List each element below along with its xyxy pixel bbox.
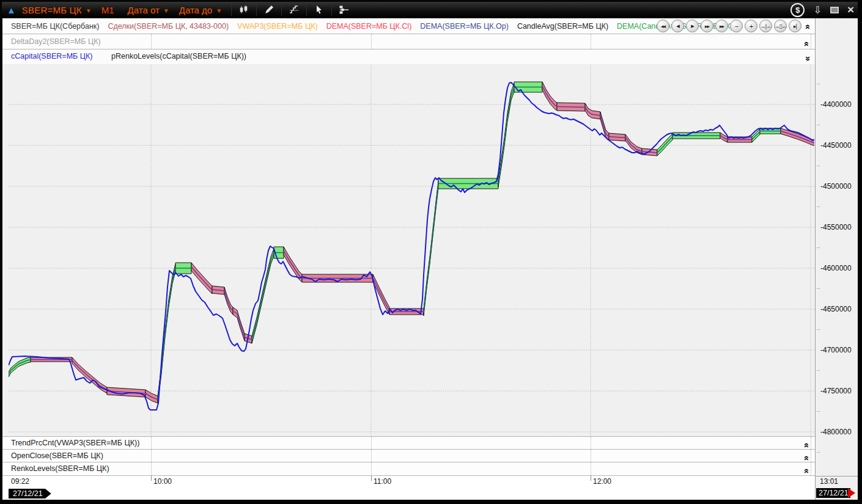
value-label: -4700000: [820, 346, 852, 354]
expand-panel-icon[interactable]: «: [803, 456, 811, 461]
draw-pencil-icon[interactable]: [261, 4, 277, 16]
value-label: -4750000: [820, 387, 852, 395]
symbol-selector[interactable]: SBER=МБ ЦК: [22, 5, 82, 15]
time-gridline: [591, 450, 591, 462]
minor-tick: [817, 329, 820, 330]
last-time-label: 13:01: [820, 477, 838, 486]
tab-candleavg[interactable]: CandleAvg(SBER=МБ ЦК): [517, 22, 608, 31]
value-label: -4500000: [820, 182, 852, 191]
date-badge-left: 27/12/21: [9, 489, 51, 499]
minor-tick: [817, 166, 820, 166]
timeframe-selector[interactable]: M1: [101, 5, 114, 15]
value-axis[interactable]: 13:01 27/12/21 -4400000-4450000-4500000-…: [815, 18, 858, 500]
chart-nav-buttons: ◂◂◂▸▸▸▸▸−+→|←→▯←▸|: [657, 20, 801, 32]
toolbar-separator: [256, 4, 257, 16]
toolbar-separator: [306, 4, 307, 16]
compress-vertical-button[interactable]: →▯←: [774, 20, 787, 32]
collapse-tabrow-icon[interactable]: «: [804, 24, 812, 29]
date-from-selector[interactable]: Дата от: [128, 5, 160, 15]
zoom-in-button[interactable]: +: [745, 20, 757, 32]
panel-trendprccnt[interactable]: TrendPrcCnt(VWAP3(SBER=МБ ЦК))«: [2, 436, 815, 450]
compress-horizontal-button[interactable]: →|←: [759, 20, 772, 32]
time-label: 10:00: [153, 477, 172, 486]
window-border: [858, 0, 862, 504]
current-date-arrow-icon: [848, 488, 855, 498]
candles-chart-icon[interactable]: [236, 4, 252, 16]
expand-panel-icon[interactable]: «: [803, 42, 811, 46]
restore-window-icon[interactable]: [830, 7, 839, 13]
time-gridline: [371, 462, 372, 475]
time-tick: [591, 476, 591, 481]
ccapital-header[interactable]: cCapital(SBER=МБ ЦК) pRenkoLevels(cCapit…: [2, 49, 815, 64]
tab-trades[interactable]: Сделки(SBER=МБ ЦК, 43483-000): [108, 22, 229, 31]
minor-tick: [817, 411, 820, 412]
time-gridline: [371, 450, 372, 462]
time-gridline: [151, 34, 152, 49]
time-gridline: [371, 437, 372, 449]
panel-ccapital: cCapital(SBER=МБ ЦК) pRenkoLevels(cCapit…: [2, 49, 815, 436]
time-label: 11:00: [374, 477, 391, 486]
scroll-fast-right-button[interactable]: ▸▸: [701, 20, 713, 32]
chevron-down-icon[interactable]: ▼: [216, 7, 222, 14]
date-badge-row: 27/12/21: [2, 488, 815, 500]
panel-renkolevels[interactable]: RenkoLevels(SBER=МБ ЦК)«: [2, 462, 815, 476]
minor-tick: [817, 288, 820, 289]
scroll-fast-left-button[interactable]: ◂◂: [657, 20, 669, 32]
time-gridline: [591, 437, 591, 449]
tab-vwap3[interactable]: VWAP3(SBER=МБ ЦК): [237, 22, 318, 31]
collapse-panel-icon[interactable]: «: [803, 56, 811, 61]
money-mode-icon[interactable]: $: [790, 3, 805, 17]
go-to-last-button[interactable]: ▸|: [789, 20, 801, 32]
scroll-to-new-button[interactable]: ▸▸: [715, 20, 728, 32]
date-badge-right: 27/12/21: [816, 488, 850, 498]
step-chart-icon[interactable]: [286, 4, 302, 16]
tab-dema-cl[interactable]: DEMA(SBER=МБ ЦК.Cl): [326, 22, 412, 31]
scroll-left-button[interactable]: ◂: [671, 20, 684, 32]
toolbar-separator: [281, 4, 282, 16]
minor-tick: [817, 84, 820, 84]
app-logo-icon: ▲: [7, 5, 16, 15]
equity-chart-plot[interactable]: [9, 65, 814, 436]
value-label: -4400000: [820, 100, 852, 109]
download-icon[interactable]: ⇩: [813, 4, 821, 16]
date-to-selector[interactable]: Дата до: [179, 5, 212, 15]
time-gridline: [811, 450, 811, 462]
expand-panel-icon[interactable]: «: [803, 443, 811, 448]
time-gridline: [151, 450, 152, 462]
panel-label: OpenClose(SBER=МБ ЦК): [11, 451, 103, 460]
value-label: -4600000: [820, 264, 852, 272]
chevron-down-icon[interactable]: ▼: [163, 7, 169, 14]
toolbar-separator: [331, 4, 332, 16]
title-bar: ▲ SBER=МБ ЦК ▼ M1 Дата от ▼ Дата до ▼ $ …: [2, 2, 860, 18]
time-label: 09:22: [11, 477, 29, 486]
time-tick: [371, 476, 372, 481]
scroll-right-button[interactable]: ▸: [686, 20, 699, 32]
time-gridline: [811, 34, 811, 49]
panel-label: DeltaDay2(SBER=МБ ЦК): [11, 37, 101, 46]
close-icon[interactable]: ×: [847, 5, 854, 14]
time-axis: 09:2210:0011:0012:00: [2, 476, 815, 488]
time-gridline: [371, 34, 372, 49]
panel-openclose[interactable]: OpenClose(SBER=МБ ЦК)«: [2, 450, 815, 462]
minor-tick: [817, 370, 820, 371]
tab-dema-op[interactable]: DEMA(SBER=МБ ЦК.Op): [420, 22, 509, 31]
chevron-down-icon[interactable]: ▼: [86, 7, 92, 14]
zoom-out-button[interactable]: −: [730, 20, 743, 32]
levels-icon[interactable]: [336, 4, 352, 16]
minor-tick: [817, 125, 820, 125]
minor-tick: [817, 247, 820, 248]
cursor-icon[interactable]: [311, 4, 327, 16]
prenkolevels-label: pRenkoLevels(cCapital(SBER=МБ ЦК)): [111, 52, 246, 60]
minor-tick: [817, 452, 820, 453]
ccapital-label: cCapital(SBER=МБ ЦК): [11, 52, 92, 60]
tab-main-series[interactable]: SBER=МБ ЦК(Сбербанк): [11, 22, 99, 31]
time-gridline: [811, 462, 811, 475]
toolbar-separator: [231, 4, 232, 16]
value-label: -4650000: [820, 305, 852, 313]
time-gridline: [811, 437, 811, 449]
panel-deltaday2[interactable]: DeltaDay2(SBER=МБ ЦК) «: [2, 34, 815, 49]
time-gridline: [591, 462, 591, 475]
time-label: 12:00: [593, 477, 611, 486]
time-gridline: [151, 437, 152, 449]
expand-panel-icon[interactable]: «: [803, 469, 811, 473]
